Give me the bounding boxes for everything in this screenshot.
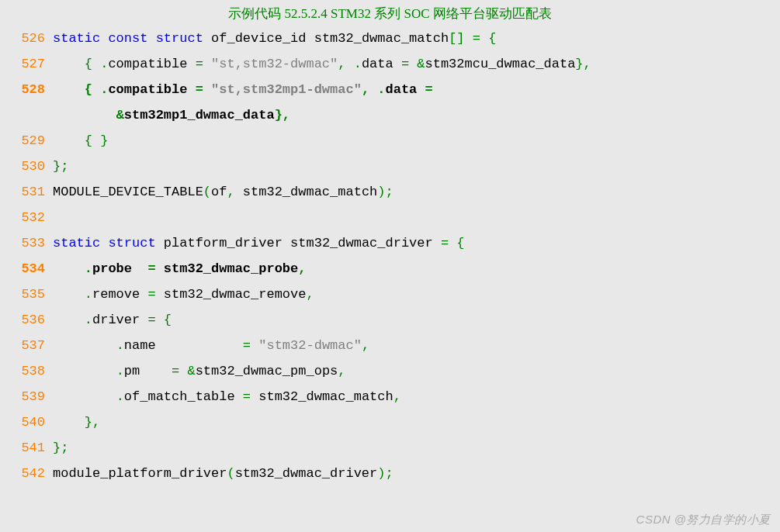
line-number: 534 [14, 261, 53, 276]
code-content: }, [53, 415, 100, 430]
code-line: 538 .pm = &stm32_dwmac_pm_ops, [0, 358, 780, 384]
code-line: 527 { .compatible = "st,stm32-dwmac", .d… [0, 51, 780, 77]
code-line: 526static const struct of_device_id stm3… [0, 26, 780, 51]
code-line: 532 [0, 205, 780, 230]
code-line: 536 .driver = { [0, 307, 780, 333]
code-body: 526static const struct of_device_id stm3… [0, 26, 780, 486]
code-line: 530}; [0, 154, 780, 179]
code-line: 542module_platform_driver(stm32_dwmac_dr… [0, 461, 780, 486]
line-number: 526 [14, 31, 53, 46]
code-line: 528 { .compatible = "st,stm32mp1-dwmac",… [0, 77, 780, 102]
code-line: 529 { } [0, 128, 780, 154]
line-number: 529 [14, 133, 53, 148]
line-number: 532 [14, 210, 53, 225]
line-number: 527 [14, 57, 53, 71]
code-content: .pm = &stm32_dwmac_pm_ops, [53, 364, 346, 378]
line-number: 530 [14, 159, 53, 174]
code-content: MODULE_DEVICE_TABLE(of, stm32_dwmac_matc… [53, 185, 393, 199]
code-content: }; [53, 159, 68, 174]
watermark: CSDN @努力自学的小夏 [636, 513, 771, 527]
code-line: 535 .remove = stm32_dwmac_remove, [0, 282, 780, 307]
listing-title: 示例代码 52.5.2.4 STM32 系列 SOC 网络平台驱动匹配表 [0, 3, 780, 26]
code-line: 539 .of_match_table = stm32_dwmac_match, [0, 384, 780, 409]
code-content: }; [53, 440, 68, 455]
line-number: 537 [14, 338, 53, 353]
code-content: .remove = stm32_dwmac_remove, [53, 287, 314, 302]
code-content: { .compatible = "st,stm32mp1-dwmac", .da… [53, 82, 433, 97]
code-content: static const struct of_device_id stm32_d… [53, 31, 496, 46]
line-number: 540 [14, 415, 53, 430]
code-content: { .compatible = "st,stm32-dwmac", .data … [53, 57, 591, 71]
code-content: .driver = { [53, 313, 172, 327]
line-number: 536 [14, 313, 53, 327]
line-number: 538 [14, 364, 53, 378]
code-line: 534 .probe = stm32_dwmac_probe, [0, 256, 780, 282]
code-content: .probe = stm32_dwmac_probe, [53, 261, 306, 276]
code-content: static struct platform_driver stm32_dwma… [53, 236, 465, 250]
line-number: 539 [14, 389, 53, 404]
code-line: 537 .name = "stm32-dwmac", [0, 333, 780, 358]
line-number: 542 [14, 466, 53, 481]
code-line: 540 }, [0, 409, 780, 435]
code-listing: 示例代码 52.5.2.4 STM32 系列 SOC 网络平台驱动匹配表 526… [0, 0, 780, 486]
line-number: 541 [14, 440, 53, 455]
code-content: .of_match_table = stm32_dwmac_match, [53, 389, 401, 404]
code-line: 531MODULE_DEVICE_TABLE(of, stm32_dwmac_m… [0, 179, 780, 205]
code-content: module_platform_driver(stm32_dwmac_drive… [53, 466, 393, 481]
line-number: 531 [14, 185, 53, 199]
code-line: &stm32mp1_dwmac_data}, [0, 102, 780, 128]
code-content: { } [53, 133, 108, 148]
code-line: 533static struct platform_driver stm32_d… [0, 230, 780, 256]
line-number: 533 [14, 236, 53, 250]
code-line: 541}; [0, 435, 780, 461]
code-content: &stm32mp1_dwmac_data}, [53, 108, 290, 123]
line-number: 528 [14, 82, 53, 97]
line-number: 535 [14, 287, 53, 302]
code-content: .name = "stm32-dwmac", [53, 338, 369, 353]
